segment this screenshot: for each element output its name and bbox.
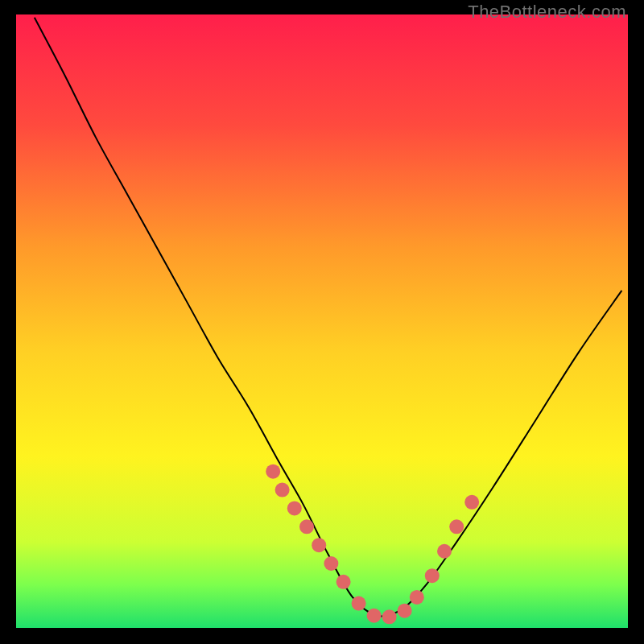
marker-dots-group xyxy=(266,464,479,625)
marker-dot xyxy=(464,495,479,510)
marker-dot xyxy=(287,501,302,515)
marker-dot xyxy=(275,483,290,497)
marker-dot xyxy=(449,519,464,534)
marker-dot xyxy=(312,538,326,552)
bottleneck-curve-path xyxy=(35,18,622,617)
marker-dot xyxy=(324,556,338,571)
marker-dot xyxy=(299,519,314,534)
marker-dot xyxy=(410,590,424,605)
chart-curve xyxy=(16,14,628,628)
marker-dot xyxy=(437,544,452,559)
marker-dot xyxy=(336,575,351,589)
marker-dot xyxy=(425,568,440,583)
marker-dot xyxy=(352,597,366,611)
marker-dot xyxy=(398,604,412,618)
marker-dot xyxy=(382,609,397,624)
plot-area xyxy=(16,14,628,628)
watermark-label: TheBottleneck.com xyxy=(468,2,626,23)
marker-dot xyxy=(266,464,280,479)
marker-dot xyxy=(367,609,382,623)
